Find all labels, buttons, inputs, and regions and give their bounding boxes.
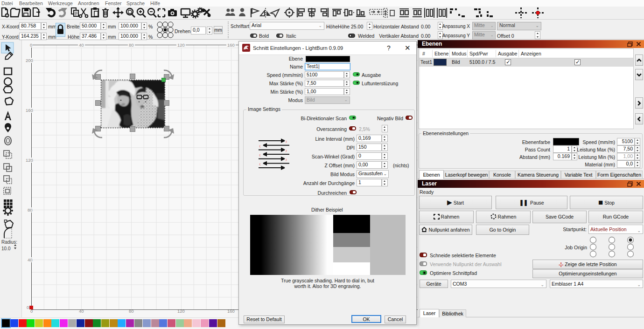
svg-text:10.0: 10.0 — [1, 246, 11, 251]
svg-text:Radius:: Radius: — [1, 240, 17, 245]
